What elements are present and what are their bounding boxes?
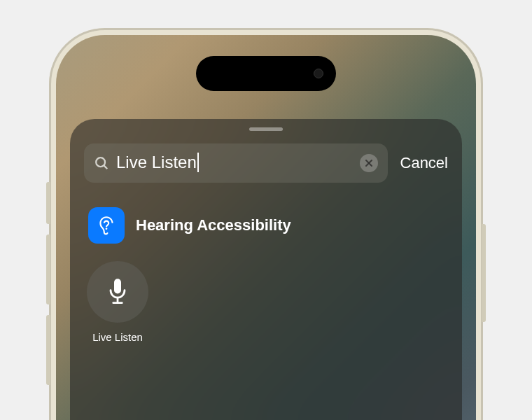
- category-header[interactable]: Hearing Accessibility: [84, 207, 448, 244]
- close-icon: [365, 159, 373, 167]
- svg-point-0: [96, 158, 105, 167]
- volume-down-button: [46, 315, 50, 385]
- microphone-icon: [104, 278, 132, 306]
- clear-search-button[interactable]: [360, 154, 378, 172]
- svg-point-4: [106, 227, 108, 230]
- tile-label: Live Listen: [92, 331, 143, 343]
- sheet-grabber[interactable]: [249, 127, 283, 131]
- side-button: [46, 182, 50, 224]
- hearing-accessibility-icon: [88, 207, 125, 244]
- cancel-button[interactable]: Cancel: [400, 154, 448, 172]
- search-row: Live Listen Cancel: [84, 144, 448, 183]
- live-listen-tile[interactable]: Live Listen: [85, 261, 150, 343]
- text-cursor: [197, 153, 199, 172]
- svg-rect-5: [114, 279, 121, 293]
- control-center-sheet: Live Listen Cancel: [70, 119, 462, 420]
- search-input[interactable]: Live Listen: [116, 153, 353, 174]
- dynamic-island: [196, 56, 336, 91]
- category-label: Hearing Accessibility: [136, 216, 291, 234]
- front-camera: [314, 69, 323, 78]
- search-field[interactable]: Live Listen: [84, 144, 388, 183]
- phone-frame: Live Listen Cancel: [49, 28, 483, 420]
- tile-background: [87, 261, 148, 323]
- volume-up-button: [46, 234, 50, 304]
- power-button: [482, 224, 486, 322]
- phone-screen: Live Listen Cancel: [56, 35, 476, 420]
- search-icon: [94, 155, 109, 171]
- svg-line-1: [104, 166, 108, 169]
